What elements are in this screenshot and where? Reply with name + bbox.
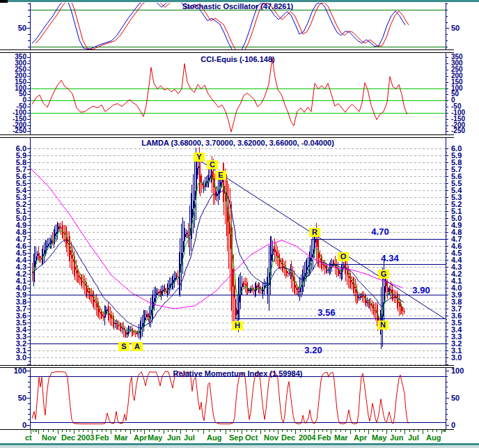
point-label-r: R — [309, 228, 320, 237]
stochastic-panel-title: Stochastic Oscillator (47.8261) — [30, 2, 446, 10]
x-axis-month-label: May — [372, 433, 386, 442]
x-axis-month-label: Nov — [42, 433, 56, 442]
y-axis-label-right: -250 — [451, 127, 465, 134]
y-axis-label-left: -250 — [0, 127, 26, 134]
point-label-a: A — [132, 342, 143, 351]
point-label-c: C — [207, 160, 218, 169]
x-axis-month-label: 2004 — [299, 433, 315, 442]
point-label-e: E — [215, 171, 226, 180]
y-axis-label-left: 50 — [0, 24, 26, 32]
x-axis-month-label: Mar — [114, 433, 128, 442]
y-axis-label-right: 0 — [451, 421, 455, 429]
x-axis-month-label: Jul — [184, 433, 195, 442]
x-axis-month-label: ct — [25, 433, 32, 442]
point-label-g: G — [378, 270, 389, 279]
point-label-y: Y — [194, 153, 205, 162]
x-axis-month-label: Mar — [334, 433, 348, 442]
y-axis-label-right: 50 — [451, 394, 460, 402]
x-axis-month-label: Apr — [354, 433, 367, 442]
y-axis-label-right: 50 — [451, 24, 460, 32]
x-axis-month-label: Oct — [245, 433, 258, 442]
x-axis-month-label: Jul — [408, 433, 419, 442]
x-axis-month-label: Nov — [264, 433, 278, 442]
y-axis-label-right: 3.0 — [451, 353, 462, 362]
point-label-n: N — [377, 320, 388, 330]
x-axis-month-label: 2003 — [77, 433, 94, 442]
point-label-h: H — [232, 321, 243, 330]
x-axis-month-label: Jun — [167, 433, 181, 442]
price-level-label: 3.90 — [412, 285, 430, 295]
y-axis-label-left: 0 — [0, 421, 26, 429]
point-label-o: O — [338, 252, 349, 261]
x-axis-month-label: Dec — [281, 433, 295, 442]
x-axis-month-label: May — [148, 433, 162, 442]
y-axis-label-left: 100 — [0, 366, 26, 375]
x-axis-month-label: Dec — [61, 433, 75, 442]
y-axis-label-right: 100 — [451, 366, 464, 375]
x-axis-month-label: Feb — [317, 433, 331, 442]
x-axis-month-label: Jun — [390, 433, 404, 442]
cci-panel-title: CCI-Equis (-106.148) — [30, 55, 446, 63]
y-axis-label-left: 50 — [0, 394, 26, 402]
chart-window: Stochastic Oscillator (47.8261) CCI-Equi… — [0, 0, 479, 448]
price-level-label: 4.70 — [371, 226, 388, 237]
x-axis-month-label: Aug — [207, 433, 221, 442]
x-axis-month-label: Aug — [426, 433, 441, 442]
bottom-margin — [0, 445, 479, 448]
point-label-s: S — [118, 342, 129, 351]
price-level-label: 3.20 — [304, 345, 322, 355]
label-layer: Stochastic Oscillator (47.8261) CCI-Equi… — [0, 0, 479, 448]
x-axis-month-label: Sep — [229, 433, 243, 442]
rmi-panel-title: Relative Momentum Index (1.59984) — [30, 369, 446, 378]
x-axis-month-label: Apr — [134, 433, 147, 442]
price-level-label: 3.56 — [317, 307, 335, 318]
x-axis-month-label: Feb — [95, 433, 109, 442]
price-panel-title: LAMDA (3.68000, 3.70000, 3.62000, 3.6600… — [30, 139, 446, 147]
y-axis-label-left: 3.0 — [0, 353, 26, 362]
price-level-label: 4.34 — [381, 253, 398, 263]
